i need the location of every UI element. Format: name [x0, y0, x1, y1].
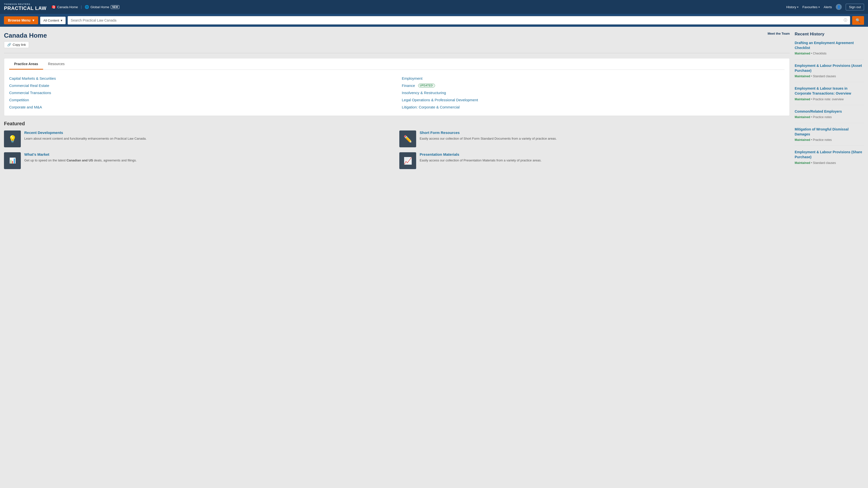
favourites-link[interactable]: Favourites ▾: [802, 5, 820, 9]
alerts-label: Alerts: [824, 5, 832, 9]
history-type-0: • Checklists: [811, 52, 826, 55]
all-content-caret-icon: ▾: [61, 19, 62, 22]
featured-card-presentation: 📈 Presentation Materials Easily access o…: [399, 152, 790, 169]
top-navigation: THOMSON REUTERS PRACTICAL LAW 🇨🇦 Canada …: [0, 0, 868, 14]
content-area: Canada Home Meet the Team 🔗 Copy link Pr…: [4, 32, 790, 172]
maintained-badge-0: Maintained: [795, 52, 810, 55]
search-input[interactable]: [68, 16, 850, 25]
practice-link-legal-ops[interactable]: Legal Operations & Professional Developm…: [402, 96, 784, 103]
logo-pl: PRACTICAL LAW: [4, 5, 46, 11]
search-bar: Browse Menu ▾ All Content ▾ ⓘ 🔍: [0, 14, 868, 27]
short-form-icon: ✏️: [399, 130, 416, 147]
alerts-link[interactable]: Alerts: [824, 5, 832, 9]
global-home-label: Global Home: [90, 5, 109, 9]
whats-market-title[interactable]: What's Market: [24, 152, 137, 157]
whats-market-text: What's Market Get up to speed on the lat…: [24, 152, 137, 163]
meet-team-link[interactable]: Meet the Team: [768, 32, 790, 35]
practice-areas-right: Employment Finance UPDATED! Insolvency &…: [402, 75, 784, 111]
favourites-caret-icon: ▾: [818, 6, 820, 8]
maintained-badge-3: Maintained: [795, 116, 810, 119]
browse-menu-button[interactable]: Browse Menu ▾: [4, 17, 38, 24]
all-content-label: All Content: [43, 19, 59, 22]
history-item-5: Employment & Labour Provisions (Share Pu…: [795, 150, 864, 168]
practice-link-capital-markets[interactable]: Capital Markets & Securities: [9, 75, 392, 82]
search-button[interactable]: 🔍: [852, 16, 864, 25]
history-meta-3: Maintained • Practice notes: [795, 116, 832, 119]
history-link-1[interactable]: Employment & Labour Provisions (Asset Pu…: [795, 63, 864, 73]
history-type-1: • Standard clauses: [811, 74, 836, 78]
logo: THOMSON REUTERS PRACTICAL LAW: [4, 3, 46, 11]
history-link-0[interactable]: Drafting an Employment Agreement Checkli…: [795, 41, 864, 50]
practice-link-insolvency[interactable]: Insolvency & Restructuring: [402, 89, 784, 96]
history-item-3: Common/Related Employers Maintained • Pr…: [795, 109, 864, 123]
history-meta-5: Maintained • Standard clauses: [795, 161, 836, 165]
recent-history-title: Recent History: [795, 32, 864, 37]
featured-card-short-form: ✏️ Short Form Resources Easily access ou…: [399, 130, 790, 147]
all-content-dropdown[interactable]: All Content ▾: [40, 17, 66, 24]
maintained-badge-4: Maintained: [795, 138, 810, 142]
nav-right: History ▾ Favourites ▾ Alerts 👤 Sign out: [786, 4, 864, 10]
canada-home-label: Canada Home: [57, 5, 78, 9]
history-item-1: Employment & Labour Provisions (Asset Pu…: [795, 63, 864, 82]
favourites-label: Favourites: [802, 5, 817, 9]
practice-link-finance[interactable]: Finance UPDATED!: [402, 82, 784, 89]
tabs-card: Practice Areas Resources Capital Markets…: [4, 58, 790, 116]
recent-developments-title[interactable]: Recent Developments: [24, 130, 147, 135]
history-meta-0: Maintained • Checklists: [795, 52, 826, 55]
history-type-3: • Practice notes: [811, 116, 832, 119]
featured-grid: 💡 Recent Developments Learn about recent…: [4, 130, 790, 169]
practice-link-litigation[interactable]: Litigation: Corporate & Commercial: [402, 103, 784, 111]
history-label: History: [786, 5, 796, 9]
history-link-2[interactable]: Employment & Labour Issues in Corporate …: [795, 86, 864, 96]
practice-link-employment[interactable]: Employment: [402, 75, 784, 82]
nav-divider: |: [81, 5, 82, 9]
user-icon[interactable]: 👤: [836, 4, 842, 10]
whats-market-desc: Get up to speed on the latest Canadian a…: [24, 158, 137, 163]
featured-card-whats-market: 📊 What's Market Get up to speed on the l…: [4, 152, 394, 169]
maintained-badge-1: Maintained: [795, 74, 810, 78]
history-item-4: Mitigation of Wrongful Dismissal Damages…: [795, 127, 864, 146]
short-form-desc: Easily access our collection of Short Fo…: [420, 136, 557, 141]
recent-developments-desc: Learn about recent content and functiona…: [24, 136, 147, 141]
history-type-2: • Practice note: overview: [811, 98, 844, 101]
tab-practice-areas[interactable]: Practice Areas: [9, 58, 43, 70]
main-content: Canada Home Meet the Team 🔗 Copy link Pr…: [0, 27, 868, 177]
search-input-wrap: ⓘ: [68, 16, 850, 25]
link-icon: 🔗: [7, 43, 11, 46]
globe-icon: 🌐: [85, 5, 89, 9]
practice-link-corporate-ma[interactable]: Corporate and M&A: [9, 103, 392, 111]
recent-developments-icon: 💡: [4, 130, 21, 147]
featured-section: Featured 💡 Recent Developments Learn abo…: [4, 121, 790, 169]
tabs-header: Practice Areas Resources: [9, 58, 784, 70]
practice-link-commercial-transactions[interactable]: Commercial Transactions: [9, 89, 392, 96]
page-title: Canada Home: [4, 32, 47, 39]
practice-areas-grid: Capital Markets & Securities Commercial …: [9, 75, 784, 111]
presentation-title[interactable]: Presentation Materials: [420, 152, 541, 157]
short-form-title[interactable]: Short Form Resources: [420, 130, 557, 135]
global-home-link[interactable]: 🌐 Global Home NEW: [85, 5, 119, 9]
canada-home-link[interactable]: 🇨🇦 Canada Home: [52, 5, 78, 9]
maintained-badge-5: Maintained: [795, 161, 810, 165]
signout-button[interactable]: Sign out: [846, 4, 864, 10]
practice-link-commercial-real-estate[interactable]: Commercial Real Estate: [9, 82, 392, 89]
history-link-3[interactable]: Common/Related Employers: [795, 109, 864, 114]
browse-caret-icon: ▾: [32, 18, 34, 22]
practice-link-competition[interactable]: Competition: [9, 96, 392, 103]
history-caret-icon: ▾: [797, 6, 798, 8]
short-form-text: Short Form Resources Easily access our c…: [420, 130, 557, 141]
browse-menu-label: Browse Menu: [8, 18, 30, 22]
maintained-badge-2: Maintained: [795, 98, 810, 101]
history-link-4[interactable]: Mitigation of Wrongful Dismissal Damages: [795, 127, 864, 137]
history-meta-2: Maintained • Practice note: overview: [795, 98, 844, 101]
history-link-5[interactable]: Employment & Labour Provisions (Share Pu…: [795, 150, 864, 159]
featured-card-recent-developments: 💡 Recent Developments Learn about recent…: [4, 130, 394, 147]
history-type-4: • Practice notes: [811, 138, 832, 142]
presentation-desc: Easily access our collection of Presenta…: [420, 158, 541, 163]
practice-areas-left: Capital Markets & Securities Commercial …: [9, 75, 392, 111]
info-icon[interactable]: ⓘ: [844, 18, 847, 23]
copy-link-button[interactable]: 🔗 Copy link: [4, 41, 29, 48]
history-link[interactable]: History ▾: [786, 5, 798, 9]
section-divider: [4, 53, 790, 53]
tab-resources[interactable]: Resources: [43, 58, 70, 70]
history-type-5: • Standard clauses: [811, 161, 836, 165]
